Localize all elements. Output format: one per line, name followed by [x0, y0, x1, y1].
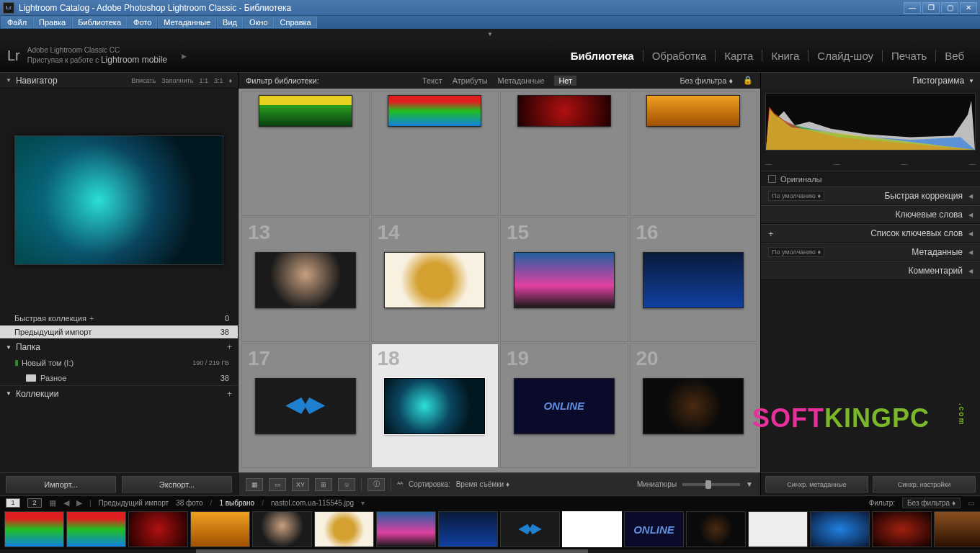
nav-fill[interactable]: Заполнить [161, 77, 193, 84]
module-web[interactable]: Веб [935, 50, 973, 62]
navigator-header[interactable]: ▼ Навигатор Вписать Заполнить 1:1 3:1 ♦ [0, 73, 238, 89]
quick-develop-panel[interactable]: По умолчанию ♦ Быстрая коррекция◀ [761, 186, 980, 205]
filmstrip-thumb[interactable] [66, 511, 126, 547]
keyword-list-panel[interactable]: + Список ключевых слов◀ [761, 224, 980, 243]
module-develop[interactable]: Обработка [643, 50, 716, 62]
people-view-button[interactable]: ☺ [338, 478, 355, 491]
filter-attributes[interactable]: Атрибуты [453, 76, 488, 85]
toolbar-menu-icon[interactable]: ▼ [746, 480, 753, 488]
filmstrip-thumb[interactable] [190, 511, 250, 547]
import-button[interactable]: Импорт... [6, 476, 116, 493]
maximize-button[interactable]: ▢ [941, 2, 958, 14]
preset-dropdown[interactable]: По умолчанию ♦ [768, 191, 824, 201]
nav-fwd-icon[interactable]: ▶ [76, 498, 82, 508]
nav-fit[interactable]: Вписать [131, 77, 156, 84]
filter-metadata[interactable]: Метаданные [498, 76, 545, 85]
filmstrip-thumb[interactable] [376, 511, 436, 547]
screen-2-button[interactable]: 2 [27, 498, 42, 508]
filmstrip-thumb[interactable] [4, 511, 64, 547]
module-book[interactable]: Книга [762, 50, 808, 62]
close-button[interactable]: ✕ [960, 2, 977, 14]
grid-cell[interactable]: 13 [241, 217, 370, 342]
grid-cell[interactable] [241, 91, 370, 216]
menu-view[interactable]: Вид [217, 17, 243, 28]
thumbnail-size-slider[interactable] [682, 483, 740, 486]
grid-view-button[interactable]: ▦ [246, 478, 263, 491]
menu-help[interactable]: Справка [275, 17, 317, 28]
filmstrip-thumb[interactable] [128, 511, 188, 547]
nav-3to1[interactable]: 3:1 [214, 77, 223, 84]
plus-icon[interactable]: + [227, 389, 232, 399]
sync-metadata-button[interactable]: Синхр. метаданные [765, 476, 868, 493]
compare-view-button[interactable]: XY [292, 478, 309, 491]
restore-button[interactable]: ❐ [922, 2, 940, 14]
module-print[interactable]: Печать [882, 50, 935, 62]
screen-1-button[interactable]: 1 [6, 498, 20, 508]
filter-text[interactable]: Текст [422, 76, 442, 85]
grid-cell[interactable] [371, 91, 499, 216]
collections-header[interactable]: ▼ Коллекции + [0, 385, 238, 401]
chevron-down-icon[interactable]: ▾ [361, 499, 365, 507]
fs-filter-dropdown[interactable]: Без фильтра ♦ [902, 498, 961, 508]
play-icon[interactable]: ▶ [182, 53, 187, 60]
minimize-button[interactable]: — [904, 2, 921, 14]
sync-settings-button[interactable]: Синхр. настройки [873, 476, 976, 493]
grid-cell[interactable]: 19 [500, 343, 628, 468]
menu-metadata[interactable]: Метаданные [158, 17, 216, 28]
catalog-previous-import[interactable]: Предыдущий импорт 38 [0, 325, 238, 339]
module-slideshow[interactable]: Слайд-шоу [808, 50, 882, 62]
histogram-graph[interactable] [765, 93, 976, 150]
filmstrip-thumb-selected[interactable] [562, 511, 622, 547]
grid-cell[interactable] [630, 91, 758, 216]
metadata-panel[interactable]: По умолчанию ♦ Метаданные◀ [761, 243, 980, 261]
menu-photo[interactable]: Фото [128, 17, 157, 28]
filter-preset-dropdown[interactable]: Без фильтра ♦ [680, 76, 733, 85]
grid-cell[interactable]: 15 [500, 217, 628, 342]
grid-icon[interactable]: ▦ [49, 498, 56, 508]
fs-source-label[interactable]: Предыдущий импорт [99, 499, 169, 507]
nav-1to1[interactable]: 1:1 [199, 77, 208, 84]
histogram-header[interactable]: Гистограмма ▼ [761, 73, 980, 89]
library-grid[interactable]: 13 14 15 16 17 18 19 20 [239, 89, 760, 472]
grid-cell[interactable]: 20 [630, 343, 758, 468]
grid-cell[interactable]: 17 [241, 343, 370, 468]
painter-tool-button[interactable]: ⓘ [368, 478, 385, 491]
filmstrip-thumb[interactable] [438, 511, 498, 547]
menu-edit[interactable]: Правка [33, 17, 71, 28]
grid-cell[interactable] [500, 91, 628, 216]
filmstrip-thumb[interactable] [624, 511, 684, 547]
comments-panel[interactable]: Комментарий◀ [761, 261, 980, 280]
survey-view-button[interactable]: ⊞ [315, 478, 332, 491]
filmstrip-thumb[interactable] [934, 511, 980, 547]
folder-volume[interactable]: ▮ Новый том (I:) 190 / 219 ГБ [0, 355, 238, 370]
originals-row[interactable]: Оригиналы [761, 171, 980, 186]
filter-none[interactable]: Нет [554, 76, 576, 86]
nav-zoom-menu-icon[interactable]: ♦ [228, 77, 232, 84]
filmstrip-scrollbar[interactable] [0, 549, 980, 553]
keywording-panel[interactable]: Ключевые слова◀ [761, 205, 980, 224]
sort-direction-icon[interactable]: ᴬᴬ [397, 480, 403, 488]
grid-cell[interactable]: 16 [630, 217, 758, 342]
module-map[interactable]: Карта [715, 50, 762, 62]
loupe-view-button[interactable]: ▭ [269, 478, 286, 491]
sort-dropdown[interactable]: Время съёмки ♦ [456, 480, 509, 488]
fs-filter-switch-icon[interactable]: ▭ [968, 499, 974, 507]
folders-header[interactable]: ▼ Папка + [0, 339, 238, 355]
filmstrip-thumb[interactable] [686, 511, 746, 547]
filmstrip-thumb[interactable] [500, 511, 560, 547]
lock-icon[interactable]: 🔒 [743, 76, 753, 85]
menu-library[interactable]: Библиотека [72, 17, 127, 28]
filmstrip-thumb[interactable] [872, 511, 932, 547]
plus-icon[interactable]: + [227, 342, 232, 352]
menu-window[interactable]: Окно [244, 17, 274, 28]
folder-subfolder[interactable]: Разное 38 [0, 370, 238, 385]
nav-back-icon[interactable]: ◀ [63, 498, 69, 508]
filmstrip-thumbs[interactable] [0, 509, 980, 549]
originals-checkbox[interactable] [768, 175, 776, 183]
top-panel-toggle[interactable]: ▼ [0, 29, 980, 40]
metadata-preset-dropdown[interactable]: По умолчанию ♦ [768, 247, 824, 257]
catalog-quick-collection[interactable]: Быстрая коллекция+ 0 [0, 312, 238, 325]
menu-file[interactable]: Файл [1, 17, 32, 28]
filmstrip-thumb[interactable] [314, 511, 374, 547]
filmstrip-thumb[interactable] [252, 511, 312, 547]
